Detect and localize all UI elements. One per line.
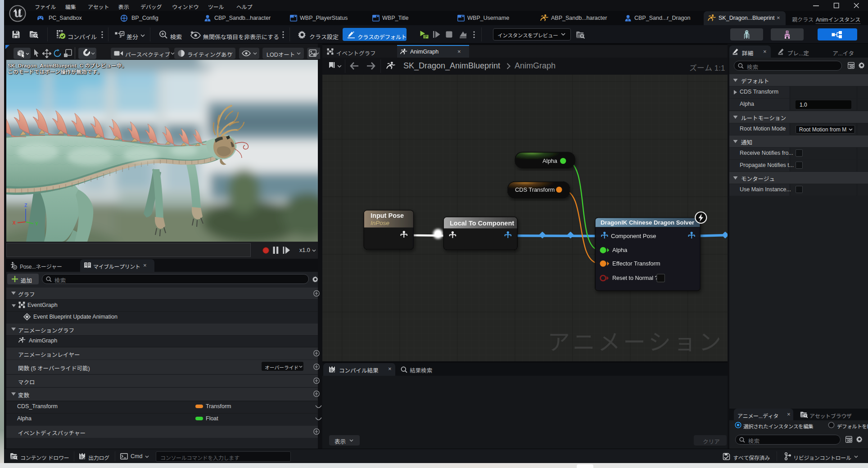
- svg-text:Component Pose: Component Pose: [611, 233, 656, 239]
- svg-text:Input Pose: Input Pose: [371, 212, 404, 219]
- svg-text:DragonIK Chinese Dragon Solver: DragonIK Chinese Dragon Solver: [601, 219, 694, 226]
- svg-text:Effector Transform: Effector Transform: [612, 260, 660, 267]
- svg-text:X: X: [13, 220, 16, 225]
- svg-text:Alpha: Alpha: [542, 158, 558, 164]
- svg-text:Y: Y: [35, 221, 38, 226]
- svg-text:InPose: InPose: [371, 220, 389, 226]
- svg-text:Local To Component: Local To Component: [450, 220, 514, 227]
- svg-text:アニメーション: アニメーション: [547, 330, 724, 355]
- svg-text:Alpha: Alpha: [612, 247, 628, 253]
- svg-text:CDS Transform: CDS Transform: [515, 186, 555, 193]
- svg-text:Reset to Normal ?: Reset to Normal ?: [612, 275, 658, 281]
- svg-text:Z: Z: [24, 202, 27, 208]
